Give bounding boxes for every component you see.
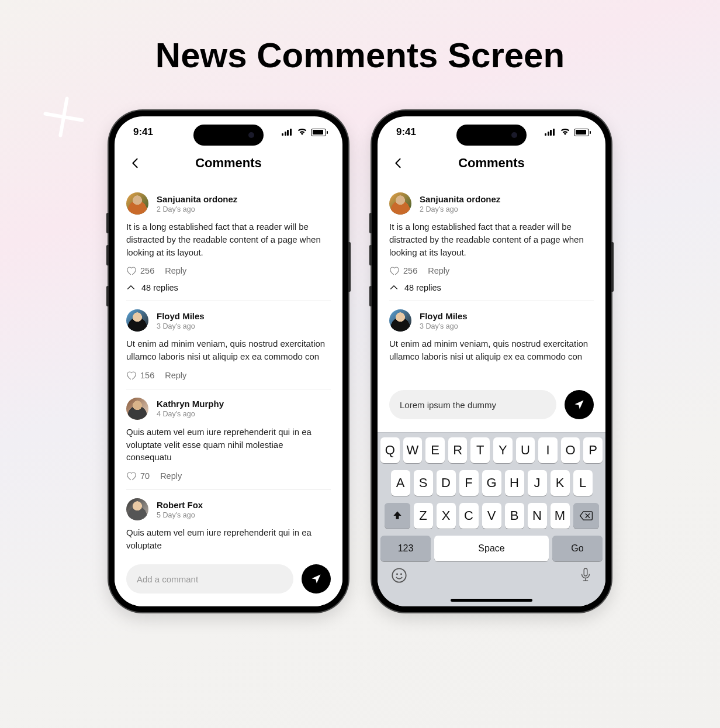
header-title: Comments — [195, 156, 262, 171]
comment-text: It is a long established fact that a rea… — [389, 220, 594, 258]
comment-input-bar: Lorem ipsum the dummy — [378, 382, 605, 432]
key-l[interactable]: L — [573, 470, 593, 496]
cellular-signal-icon — [545, 129, 556, 136]
go-key[interactable]: Go — [552, 536, 603, 561]
like-button[interactable]: 256 — [126, 265, 154, 276]
key-c[interactable]: C — [459, 503, 479, 529]
comments-list[interactable]: Sanjuanita ordonez 2 Day's ago It is a l… — [378, 178, 605, 385]
reply-button[interactable]: Reply — [165, 371, 186, 380]
key-k[interactable]: K — [551, 470, 570, 496]
view-replies-button[interactable]: 48 replies — [389, 283, 594, 292]
key-w[interactable]: W — [403, 437, 423, 463]
comments-list[interactable]: Sanjuanita ordonez 2 Day's ago It is a l… — [115, 178, 342, 606]
emoji-key[interactable] — [391, 567, 407, 586]
dynamic-island — [193, 125, 264, 146]
wifi-icon — [297, 126, 307, 138]
comment-time: 3 Day's ago — [420, 322, 468, 330]
comment-author: Sanjuanita ordonez — [420, 194, 500, 204]
comment-text: It is a long established fact that a rea… — [126, 220, 331, 258]
shift-key[interactable] — [385, 503, 410, 529]
status-time: 9:41 — [396, 126, 416, 138]
like-count: 156 — [140, 371, 154, 380]
svg-point-1 — [396, 573, 398, 575]
comment-input[interactable]: Add a commant — [126, 564, 293, 594]
keyboard: QWERTYUIOP ASDFGHJKL ZXCVBNM 123 Space G… — [378, 432, 605, 606]
dictation-key[interactable] — [579, 567, 592, 586]
comment-text: Ut enim ad minim veniam, quis nostrud ex… — [126, 337, 331, 363]
key-a[interactable]: A — [391, 470, 410, 496]
svg-point-2 — [400, 573, 402, 575]
key-i[interactable]: I — [538, 437, 558, 463]
page-title: News Comments Screen — [0, 0, 720, 75]
avatar[interactable] — [126, 309, 148, 332]
comment-text: Ut enim ad minim veniam, quis nostrud ex… — [389, 337, 594, 363]
status-time: 9:41 — [133, 126, 153, 138]
avatar[interactable] — [126, 398, 148, 420]
key-o[interactable]: O — [561, 437, 580, 463]
key-f[interactable]: F — [459, 470, 479, 496]
back-button[interactable] — [127, 156, 143, 171]
comment-item: Floyd Miles 3 Day's ago Ut enim ad minim… — [389, 301, 594, 371]
comment-time: 2 Day's ago — [420, 205, 500, 213]
comment-item: Sanjuanita ordonez 2 Day's ago It is a l… — [126, 184, 331, 301]
numbers-key[interactable]: 123 — [380, 536, 431, 561]
comment-item: Floyd Miles 3 Day's ago Ut enim ad minim… — [126, 301, 331, 389]
send-button[interactable] — [302, 564, 331, 594]
like-count: 256 — [140, 266, 154, 275]
home-indicator[interactable] — [451, 599, 532, 602]
comment-author: Kathryn Murphy — [157, 399, 224, 409]
app-header: Comments — [115, 148, 342, 178]
back-button[interactable] — [390, 156, 406, 171]
send-button[interactable] — [565, 390, 594, 419]
comment-text: Quis autem vel eum iure reprehenderit qu… — [126, 526, 331, 552]
backspace-key[interactable] — [573, 503, 599, 529]
key-j[interactable]: J — [528, 470, 547, 496]
key-d[interactable]: D — [437, 470, 456, 496]
key-e[interactable]: E — [425, 437, 445, 463]
view-replies-button[interactable]: 48 replies — [126, 283, 331, 292]
like-count: 256 — [403, 266, 417, 275]
comment-time: 5 Day's ago — [157, 511, 203, 519]
key-x[interactable]: X — [437, 503, 456, 529]
key-m[interactable]: M — [551, 503, 570, 529]
avatar[interactable] — [126, 192, 148, 215]
svg-rect-3 — [584, 568, 587, 576]
key-z[interactable]: Z — [414, 503, 433, 529]
key-r[interactable]: R — [448, 437, 468, 463]
comment-item: Kathryn Murphy 4 Day's ago Quis autem ve… — [126, 389, 331, 490]
key-u[interactable]: U — [516, 437, 535, 463]
key-s[interactable]: S — [414, 470, 433, 496]
battery-icon — [311, 129, 326, 136]
avatar[interactable] — [389, 309, 411, 332]
comment-item: Robert Fox 5 Day's ago Quis autem vel eu… — [126, 490, 331, 560]
reply-button[interactable]: Reply — [165, 266, 186, 275]
avatar[interactable] — [389, 192, 411, 215]
space-key[interactable]: Space — [434, 536, 549, 561]
key-y[interactable]: Y — [493, 437, 513, 463]
comment-time: 4 Day's ago — [157, 410, 224, 418]
key-v[interactable]: V — [482, 503, 501, 529]
comment-input[interactable]: Lorem ipsum the dummy — [389, 390, 556, 419]
comment-text: Quis autem vel eum iure reprehenderit qu… — [126, 426, 331, 464]
key-p[interactable]: P — [583, 437, 603, 463]
comment-time: 2 Day's ago — [157, 205, 237, 213]
comment-author: Floyd Miles — [420, 311, 468, 321]
dynamic-island — [456, 125, 527, 146]
key-n[interactable]: N — [528, 503, 547, 529]
key-t[interactable]: T — [470, 437, 490, 463]
key-q[interactable]: Q — [380, 437, 400, 463]
like-button[interactable]: 156 — [126, 370, 154, 381]
comment-input-bar: Add a commant — [115, 556, 342, 606]
reply-button[interactable]: Reply — [428, 266, 449, 275]
like-count: 70 — [140, 471, 150, 481]
svg-point-0 — [392, 568, 406, 582]
comment-author: Floyd Miles — [157, 311, 205, 321]
key-h[interactable]: H — [505, 470, 524, 496]
avatar[interactable] — [126, 498, 148, 520]
key-b[interactable]: B — [505, 503, 524, 529]
like-button[interactable]: 70 — [126, 471, 150, 481]
comment-time: 3 Day's ago — [157, 322, 205, 330]
key-g[interactable]: G — [482, 470, 501, 496]
reply-button[interactable]: Reply — [160, 471, 182, 481]
like-button[interactable]: 256 — [389, 265, 417, 276]
